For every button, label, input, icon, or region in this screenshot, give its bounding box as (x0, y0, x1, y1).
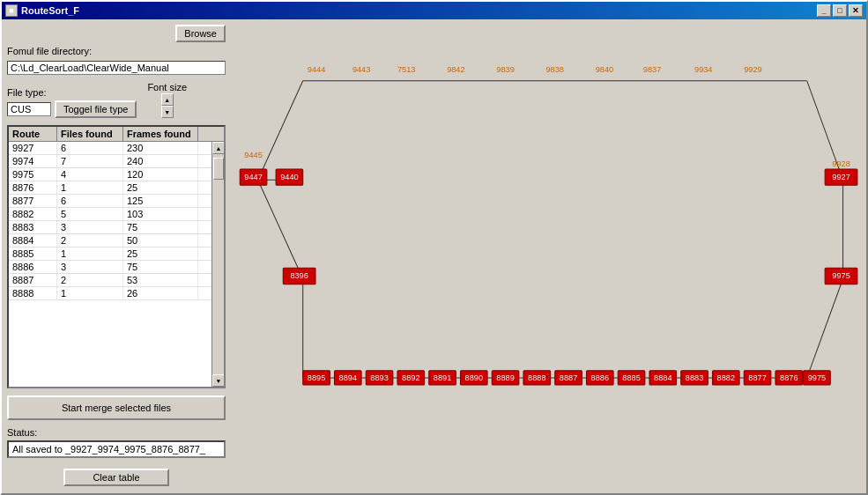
files-cell: 1 (57, 181, 123, 194)
merge-button[interactable]: Start merge selected files (7, 395, 226, 420)
files-cell: 4 (57, 168, 123, 181)
scroll-down-button[interactable]: ▼ (212, 374, 224, 387)
top-node-9840: 9840 (596, 65, 613, 74)
col-route: Route (9, 127, 57, 141)
status-value (7, 440, 226, 458)
directory-label: Fomul file directory: (7, 46, 226, 56)
clear-table-button[interactable]: Clear table (63, 469, 169, 486)
node-8889-label: 8889 (496, 373, 514, 382)
frames-cell: 75 (123, 261, 198, 273)
close-button[interactable]: ✕ (849, 4, 863, 17)
table-row[interactable]: 8884 2 50 (9, 234, 211, 248)
top-node-9443: 9443 (352, 65, 370, 74)
title-bar-buttons: _ □ ✕ (817, 4, 863, 17)
node-8885-label: 8885 (622, 373, 640, 382)
files-cell: 7 (57, 155, 123, 167)
status-section: Status: (7, 427, 226, 458)
directory-input[interactable] (7, 61, 226, 75)
svg-line-1 (258, 81, 303, 180)
font-size-section: Font size ▲ ▼ (147, 82, 187, 118)
node-8895-label: 8895 (308, 373, 325, 382)
left-top-label: 9445 (244, 151, 262, 159)
font-size-up-button[interactable]: ▲ (161, 93, 174, 106)
diagram-panel: 9444 9443 7513 9842 9839 9838 9840 9837 … (231, 25, 861, 488)
node-8888-label: 8888 (528, 373, 545, 382)
table-row[interactable]: 8886 3 75 (9, 261, 211, 274)
files-cell: 2 (57, 234, 123, 247)
table-body: 9927 6 230 9974 7 240 9975 4 120 8876 1 … (9, 142, 211, 387)
frames-cell: 125 (123, 195, 198, 207)
table-row[interactable]: 9974 7 240 (9, 155, 211, 168)
files-cell: 6 (57, 142, 123, 154)
route-table: Route Files found Frames found 9927 6 23… (7, 125, 226, 388)
files-cell: 3 (57, 221, 123, 233)
top-node-9934: 9934 (694, 65, 712, 74)
table-row[interactable]: 8882 5 103 (9, 208, 211, 221)
status-label: Status: (7, 427, 226, 438)
frames-cell: 120 (123, 168, 198, 181)
top-node-9444: 9444 (308, 65, 325, 74)
browse-button[interactable]: Browse (175, 25, 226, 42)
node-8887-label: 8887 (560, 373, 577, 382)
node-8894-label: 8894 (339, 373, 357, 382)
node-8893-label: 8893 (370, 373, 388, 382)
table-row[interactable]: 8888 1 26 (9, 287, 211, 300)
table-header: Route Files found Frames found (9, 127, 224, 142)
frames-cell: 25 (123, 181, 198, 194)
node-8882-label: 8882 (717, 373, 735, 382)
frames-cell: 240 (123, 155, 198, 167)
maximize-button[interactable]: □ (833, 4, 847, 17)
node-9440-label: 9440 (280, 173, 298, 181)
file-type-section: File type: Toggel file type (7, 87, 137, 118)
table-row[interactable]: 8877 6 125 (9, 195, 211, 208)
route-cell: 9927 (9, 142, 57, 154)
content-area: Browse Fomul file directory: File type: … (2, 19, 866, 493)
file-type-input[interactable] (7, 102, 51, 116)
title-bar: ■ RouteSort_F _ □ ✕ (2, 2, 866, 19)
table-row[interactable]: 9927 6 230 (9, 142, 211, 155)
table-row[interactable]: 8887 2 53 (9, 274, 211, 287)
route-cell: 8884 (9, 234, 57, 247)
route-diagram: 9444 9443 7513 9842 9839 9838 9840 9837 … (231, 25, 861, 488)
files-cell: 5 (57, 208, 123, 220)
files-cell: 2 (57, 274, 123, 286)
node-8884-label: 8884 (654, 373, 671, 382)
top-node-9929: 9929 (744, 65, 761, 74)
route-cell: 8877 (9, 195, 57, 207)
right-top-label: 9928 (832, 159, 849, 168)
window-title: RouteSort_F (21, 5, 79, 16)
top-node-9837: 9837 (643, 65, 661, 74)
node-9927-label: 9927 (832, 173, 849, 181)
files-cell: 3 (57, 261, 123, 273)
route-cell: 8888 (9, 287, 57, 299)
frames-cell: 75 (123, 221, 198, 233)
files-cell: 6 (57, 195, 123, 207)
svg-line-5 (258, 180, 303, 278)
toggle-file-type-button[interactable]: Toggel file type (55, 100, 137, 118)
top-node-7513: 7513 (397, 65, 415, 74)
table-row[interactable]: 8885 1 25 (9, 248, 211, 261)
scroll-up-button[interactable]: ▲ (212, 142, 224, 154)
files-cell: 1 (57, 287, 123, 299)
table-row[interactable]: 8883 3 75 (9, 221, 211, 234)
svg-line-8 (807, 279, 843, 378)
route-cell: 9974 (9, 155, 57, 167)
node-9447-label: 9447 (244, 173, 262, 181)
top-node-9839: 9839 (496, 65, 514, 74)
font-size-down-button[interactable]: ▼ (161, 106, 174, 118)
top-node-9838: 9838 (545, 65, 563, 74)
route-cell: 8886 (9, 261, 57, 273)
frames-cell: 230 (123, 142, 198, 154)
table-row[interactable]: 9975 4 120 (9, 168, 211, 181)
table-row[interactable]: 8876 1 25 (9, 181, 211, 195)
main-window: ■ RouteSort_F _ □ ✕ Browse Fomul file di… (0, 0, 868, 495)
route-cell: 8876 (9, 181, 57, 194)
frames-cell: 26 (123, 287, 198, 299)
node-9975-right-label: 9975 (832, 271, 849, 280)
frames-cell: 53 (123, 274, 198, 286)
route-cell: 9975 (9, 168, 57, 181)
minimize-button[interactable]: _ (817, 4, 831, 17)
route-cell: 8885 (9, 248, 57, 260)
node-8876-label: 8876 (780, 373, 798, 382)
file-type-label: File type: (7, 87, 137, 98)
